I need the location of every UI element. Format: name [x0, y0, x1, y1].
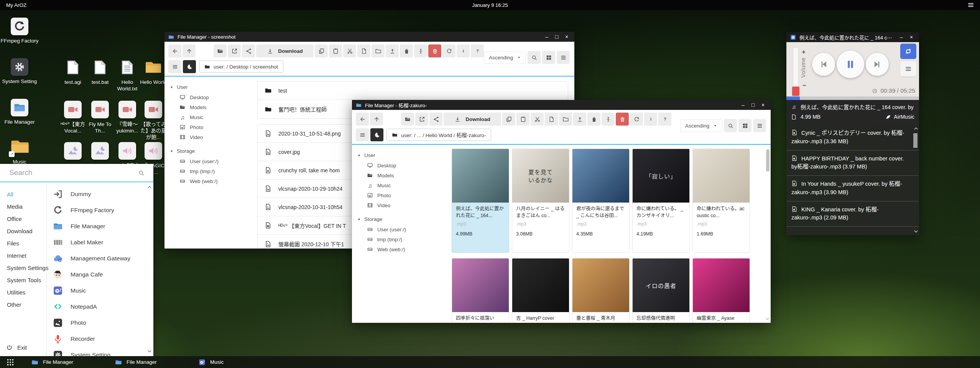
- copy-button[interactable]: [315, 44, 328, 57]
- minimize-button[interactable]: –: [542, 34, 551, 40]
- menu-app-ffmpeg-factory[interactable]: FFmpeg Factory: [53, 202, 153, 218]
- tree-section-storage[interactable]: ▾Storage: [358, 214, 443, 224]
- close-button[interactable]: ×: [758, 102, 768, 108]
- desktop-file-image-icon[interactable]: [64, 142, 82, 160]
- arrow-left-button[interactable]: [356, 113, 369, 126]
- folder-open-button[interactable]: [214, 44, 227, 57]
- breadcrumb[interactable]: user: / ... / Hello World / 柘榴-zakuro-: [386, 129, 491, 141]
- minimize-button[interactable]: –: [738, 102, 748, 108]
- paste-button[interactable]: [329, 44, 342, 57]
- scroll-up-icon[interactable]: [147, 185, 152, 190]
- grid-view-button[interactable]: [542, 51, 555, 64]
- menu-app-system-setting[interactable]: System Setting: [53, 347, 153, 356]
- playlist-item[interactable]: In Your Hands _ yusukeP cover. by 柘榴-zak…: [786, 176, 919, 201]
- tree-item-models[interactable]: Models: [358, 170, 443, 180]
- file-card-selected[interactable]: 例えば、今此処に置かれた花に _ 164....mp34.99MB: [452, 149, 509, 253]
- upload-button[interactable]: [573, 113, 586, 126]
- scrollbar-thumb[interactable]: [913, 133, 918, 148]
- external-button[interactable]: [228, 44, 241, 57]
- help-button[interactable]: ?: [471, 44, 484, 57]
- search-input[interactable]: [8, 168, 135, 177]
- window-music-player[interactable]: 例えば、今此処に置かれた花に _ 164 c⋯ – × + Volume − 0…: [786, 32, 919, 235]
- menu-app-management-gateway[interactable]: eManagement Gateway: [53, 250, 153, 267]
- file-card[interactable]: 薔と薔桜 _ 青木月: [572, 258, 630, 323]
- grid-view-button[interactable]: [738, 119, 751, 132]
- desktop-file-audio-icon[interactable]: [145, 142, 162, 160]
- taskbar-item-music[interactable]: Music: [193, 356, 265, 368]
- menu-category-other[interactable]: Other: [7, 299, 46, 311]
- next-track-button[interactable]: [866, 53, 889, 76]
- tree-section-user[interactable]: ▾User: [171, 82, 256, 92]
- pause-button[interactable]: [837, 51, 864, 78]
- playlist-item[interactable]: Cynic _ ポリスピカデリー cover. by 柘榴-zakuro-.mp…: [786, 125, 919, 150]
- player-titlebar[interactable]: 例えば、今此処に置かれた花に _ 164 c⋯ – ×: [786, 32, 919, 42]
- menu-app-music[interactable]: Music: [53, 283, 153, 299]
- desktop-file-video-icon[interactable]: [91, 101, 109, 118]
- playlist-item[interactable]: HAPPY BIRTHDAY _ back number cover. by柘榴…: [786, 150, 919, 176]
- delete-button[interactable]: [616, 113, 629, 126]
- desktop-icon-file-manager[interactable]: [11, 99, 28, 116]
- file-row[interactable]: test: [258, 82, 568, 100]
- menu-app-label-maker[interactable]: Label Maker: [53, 234, 153, 250]
- file-card[interactable]: 幽霊東京 _ Ayase: [692, 258, 750, 323]
- start-menu-scrollbar[interactable]: [147, 182, 152, 356]
- desktop-file-folder-icon[interactable]: [144, 58, 163, 77]
- close-button[interactable]: ×: [562, 34, 571, 40]
- tree-item-music[interactable]: ♫Music: [358, 180, 443, 190]
- list-view-button[interactable]: [753, 119, 766, 132]
- search-button[interactable]: [724, 119, 737, 132]
- paste-button[interactable]: [516, 113, 529, 126]
- tree-item-user[interactable]: User (user:/): [358, 224, 443, 234]
- breadcrumb[interactable]: user: / Desktop / screenshot: [199, 61, 283, 73]
- file-card[interactable]: 命に嫌われている。acoustic co....mp31.69MB: [692, 149, 750, 253]
- hamburger-button[interactable]: [168, 60, 181, 73]
- tree-item-desktop[interactable]: Desktop: [171, 92, 256, 102]
- menu-category-office[interactable]: Office: [7, 213, 46, 225]
- tree-item-video[interactable]: Video: [171, 132, 256, 142]
- tree-item-desktop[interactable]: Desktop: [358, 160, 443, 170]
- menu-category-utilities[interactable]: Utilities: [7, 286, 46, 299]
- tree-item-web[interactable]: Web (web:/): [358, 244, 443, 254]
- upload-button[interactable]: [386, 44, 399, 57]
- tree-item-user[interactable]: User (user:/): [171, 156, 256, 166]
- menu-category-system-tools[interactable]: System Tools: [7, 274, 46, 286]
- tree-item-photo[interactable]: Photo: [358, 190, 443, 200]
- volume-slider[interactable]: [793, 47, 799, 93]
- menu-app-manga-cafe[interactable]: Manga Cafe: [53, 267, 153, 283]
- compress-button[interactable]: [587, 113, 600, 126]
- menu-category-system-settings[interactable]: System Settings: [7, 262, 46, 274]
- arrow-left-button[interactable]: [168, 44, 181, 57]
- refresh-button[interactable]: [630, 113, 643, 126]
- desktop-file-video-icon[interactable]: [64, 101, 82, 118]
- info-button[interactable]: i: [644, 113, 657, 126]
- menu-category-download[interactable]: Download: [7, 225, 46, 237]
- menu-category-all[interactable]: All: [7, 188, 46, 201]
- tree-item-photo[interactable]: Photo: [171, 122, 256, 132]
- sort-dropdown[interactable]: Ascending: [680, 119, 722, 132]
- tree-item-music[interactable]: ♫Music: [171, 112, 256, 122]
- desktop-file-file-icon[interactable]: [65, 57, 81, 77]
- dark-mode-button[interactable]: [370, 128, 383, 141]
- tree-section-user[interactable]: ▾User: [358, 150, 443, 160]
- menu-app-recorder[interactable]: Recorder: [53, 331, 153, 347]
- tree-item-tmp[interactable]: tmp (tmp:/): [358, 234, 443, 244]
- help-button[interactable]: ?: [658, 113, 671, 126]
- external-button[interactable]: [415, 113, 428, 126]
- file-card[interactable]: 夏を見て いるかな八月のレイニー _ はるまきごはん co....mp33.06…: [512, 149, 569, 253]
- share-button[interactable]: [242, 44, 255, 57]
- file-card[interactable]: 「寂しい」命に嫌われている。 _ カンザキイオリ....mp34.19MB: [632, 149, 690, 253]
- desktop-file-audio-icon[interactable]: [118, 142, 136, 160]
- repeat-button[interactable]: [900, 44, 916, 59]
- new-folder-button[interactable]: [559, 113, 572, 126]
- desktop-file-video-icon[interactable]: [118, 101, 136, 118]
- hamburger-button[interactable]: [356, 128, 369, 141]
- copy-button[interactable]: [502, 113, 515, 126]
- scroll-down-icon[interactable]: [913, 229, 919, 234]
- list-view-button[interactable]: [557, 51, 570, 64]
- taskbar-item-file-manager[interactable]: File Manager: [110, 356, 182, 368]
- arrow-up-button[interactable]: [370, 113, 383, 126]
- delete-button[interactable]: [428, 44, 441, 57]
- tree-item-web[interactable]: Web (web:/): [171, 176, 256, 186]
- menu-app-photo[interactable]: Photo: [53, 315, 153, 331]
- window-titlebar[interactable]: File Manager - 柘榴-zakuro-–□×: [352, 100, 771, 110]
